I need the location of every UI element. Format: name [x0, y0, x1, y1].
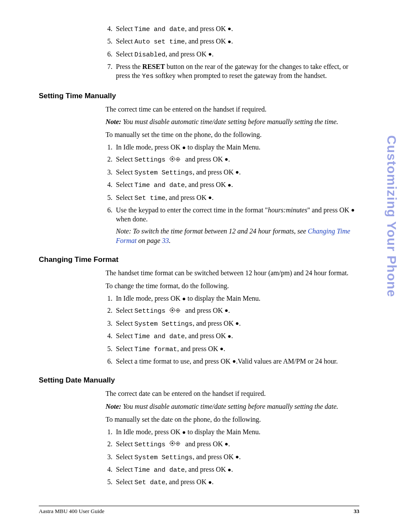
- ok-dot-icon: ●: [208, 51, 212, 57]
- svg-point-1: [172, 158, 173, 159]
- svg-line-7: [174, 160, 174, 161]
- svg-point-11: [177, 159, 178, 159]
- menu-option: Set time: [134, 195, 165, 202]
- menu-option: Auto set time: [134, 38, 185, 46]
- step-text: , and press OK: [165, 478, 208, 485]
- step-text: , and press OK: [165, 194, 208, 201]
- svg-line-23: [174, 311, 174, 312]
- menu-option: Time and date: [134, 26, 185, 33]
- ok-dot-icon: ●: [182, 296, 186, 302]
- list-item: Select Time and date, and press OK ●.: [114, 465, 359, 475]
- page-ref-link[interactable]: 33: [162, 237, 169, 244]
- note-text: on page: [137, 237, 162, 244]
- step-text: Select: [116, 156, 134, 163]
- list-item: Select Settings and press OK ●.: [114, 155, 359, 165]
- svg-point-33: [172, 443, 173, 444]
- ok-dot-icon: ●: [220, 346, 223, 352]
- list-item: In Idle mode, press OK ● to display the …: [114, 294, 359, 303]
- section-body: The correct time can be entered on the h…: [39, 105, 359, 246]
- step-text: Select: [116, 440, 134, 448]
- ok-dot-icon: ●: [208, 195, 212, 201]
- reset-label: RESET: [142, 63, 165, 70]
- footer-guide-name: Aastra MBU 400 User Guide: [39, 508, 104, 515]
- step-text: , and press OK: [193, 320, 235, 327]
- list-item: Select Time and date, and press OK ●.: [114, 331, 359, 341]
- ok-dot-icon: ●: [227, 26, 231, 32]
- step-text: , and press OK: [185, 181, 227, 188]
- step-text: , and press OK: [185, 466, 227, 473]
- svg-point-43: [177, 443, 178, 444]
- step-text: In Idle mode, press OK: [116, 143, 182, 151]
- note-text: You must disable automatic time/date set…: [121, 403, 338, 410]
- heading-setting-time-manually: Setting Time Manually: [39, 92, 359, 100]
- step-text: Select: [116, 466, 134, 473]
- note-text: You must disable automatic time/date set…: [121, 118, 338, 125]
- settings-gears-icon: [169, 306, 182, 317]
- svg-line-6: [170, 157, 171, 157]
- svg-point-27: [177, 310, 178, 311]
- step-text: when done.: [116, 215, 148, 223]
- settings-gears-icon: [169, 155, 182, 165]
- step-text: Select: [116, 25, 134, 32]
- step-text: , and press OK: [185, 37, 227, 45]
- svg-line-8: [170, 160, 171, 161]
- section-body: The handset time format can be switched …: [39, 268, 359, 366]
- list-item: Select Set time, and press OK ●.: [114, 193, 359, 203]
- step-text: Select: [116, 453, 134, 460]
- menu-option: Time and date: [134, 467, 185, 474]
- step-text: Select: [116, 332, 134, 339]
- list-item: Select System Settings, and press OK ●.: [114, 319, 359, 329]
- paragraph: To change the time format, do the follow…: [106, 281, 359, 291]
- step-text: Select: [116, 320, 134, 327]
- ok-dot-icon: ●: [227, 182, 231, 188]
- step-text: Select: [116, 50, 134, 58]
- format-example: hours:minutes: [268, 206, 308, 214]
- heading-setting-date-manually: Setting Date Manually: [39, 376, 359, 385]
- side-chapter-title: Customizing Your Phone: [384, 135, 399, 297]
- list-item: Select Time and date, and press OK ●.: [114, 180, 359, 190]
- list-item: In Idle mode, press OK ● to display the …: [114, 427, 359, 437]
- ok-dot-icon: ●: [208, 479, 212, 485]
- step-text: , and press OK: [193, 168, 235, 176]
- numbered-steps-top: Select Time and date, and press OK ●. Se…: [106, 24, 359, 81]
- ok-dot-icon: ●: [227, 333, 231, 339]
- step-text: .Valid values are AM/PM or 24 hour.: [236, 358, 338, 365]
- numbered-steps: In Idle mode, press OK ● to display the …: [106, 143, 359, 245]
- step-text: and press OK: [185, 156, 224, 163]
- ok-dot-icon: ●: [182, 429, 186, 436]
- list-item: Select System Settings, and press OK ●.: [114, 168, 359, 177]
- menu-option: Set date: [134, 479, 165, 486]
- paragraph: To manually set the date on the phone, d…: [106, 415, 359, 424]
- svg-line-22: [170, 308, 171, 308]
- step-text: Select: [116, 307, 134, 314]
- svg-line-39: [174, 445, 174, 445]
- step-text: and press OK: [185, 307, 224, 314]
- ok-dot-icon: ●: [224, 156, 228, 162]
- list-item: Select Disabled, and press OK ●.: [114, 50, 359, 59]
- step-text: Select: [116, 478, 134, 485]
- step-text: Select: [116, 345, 134, 352]
- note: Note: You must disable automatic time/da…: [106, 117, 359, 127]
- numbered-steps: In Idle mode, press OK ● to display the …: [106, 294, 359, 366]
- menu-option: System Settings: [134, 169, 193, 177]
- step-text: to display the Main Menu.: [186, 295, 260, 302]
- paragraph: To manually set the time on the phone, d…: [106, 130, 359, 140]
- continued-list-block: Select Time and date, and press OK ●. Se…: [39, 24, 359, 81]
- svg-point-17: [172, 309, 173, 311]
- note-text: .: [169, 237, 171, 244]
- menu-option: System Settings: [134, 320, 193, 328]
- list-item: Select Time format, and press OK ●.: [114, 344, 359, 354]
- step-text: , and press OK: [185, 332, 227, 339]
- list-item: Select Time and date, and press OK ●.: [114, 24, 359, 34]
- paragraph: The correct date can be entered on the h…: [106, 389, 359, 398]
- step-text: to display the Main Menu.: [186, 143, 260, 151]
- list-item: Press the RESET button on the rear of th…: [114, 62, 359, 81]
- menu-option: Settings: [134, 308, 165, 315]
- svg-line-41: [174, 442, 174, 442]
- ok-dot-icon: ●: [224, 308, 228, 314]
- numbered-steps: In Idle mode, press OK ● to display the …: [106, 427, 359, 487]
- note-label: Note:: [106, 403, 121, 410]
- step-text: Select a time format to use, and press O…: [116, 358, 232, 365]
- ok-dot-icon: ●: [182, 145, 186, 151]
- step-text: to display the Main Menu.: [186, 428, 260, 436]
